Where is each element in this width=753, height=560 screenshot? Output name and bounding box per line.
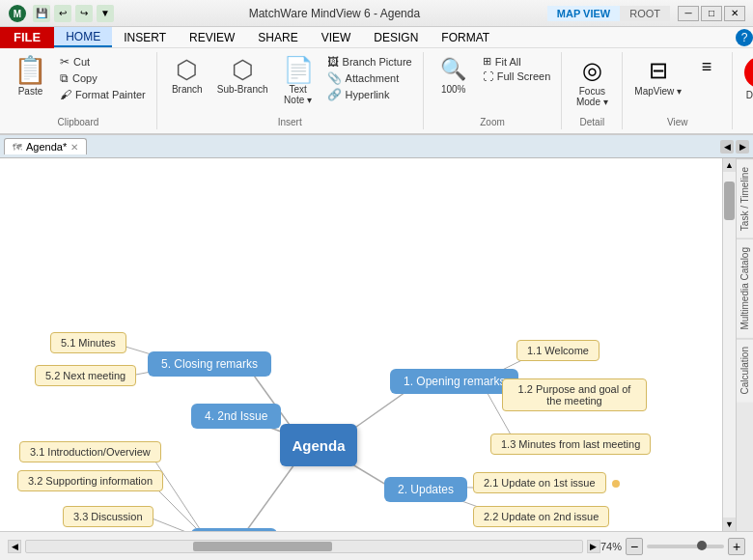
branch-picture-button[interactable]: 🖼 Branch Picture: [324, 54, 415, 70]
node-agenda[interactable]: Agenda: [280, 424, 357, 466]
tab-bar: 🗺 Agenda* ✕ ◀ ▶: [0, 135, 753, 158]
focus-mode-button[interactable]: ◎ FocusMode ▾: [570, 54, 614, 110]
text-note-button[interactable]: 📄 TextNote ▾: [276, 54, 321, 108]
customize-icon[interactable]: ▼: [97, 5, 114, 22]
tab-close-button[interactable]: ✕: [70, 142, 78, 153]
paste-button[interactable]: 📋 Paste: [8, 54, 53, 99]
clipboard-group-label: Clipboard: [8, 115, 149, 127]
close-button[interactable]: ✕: [724, 6, 745, 21]
ribbon: 📋 Paste ✂ Cut ⧉ Copy 🖌 Format Painter Cl…: [0, 48, 753, 135]
menu-review[interactable]: REVIEW: [178, 27, 246, 47]
scroll-thumb-h[interactable]: [193, 542, 332, 551]
node-purpose[interactable]: 1.2 Purpose and goal of the meeting: [502, 378, 647, 411]
tab-scroll-left[interactable]: ◀: [720, 140, 734, 154]
vertical-scrollbar[interactable]: ▲ ▼: [722, 158, 736, 531]
scroll-left-button[interactable]: ◀: [8, 540, 21, 553]
menu-format[interactable]: FORMAT: [430, 27, 501, 47]
menu-insert[interactable]: INSERT: [112, 27, 178, 47]
save-icon[interactable]: 💾: [33, 5, 50, 22]
horizontal-scrollbar[interactable]: [25, 540, 583, 553]
scroll-right-button[interactable]: ▶: [587, 540, 600, 553]
detail-items: ◎ FocusMode ▾: [570, 54, 614, 115]
format-painter-button[interactable]: 🖌 Format Painter: [57, 87, 149, 102]
minimize-button[interactable]: ─: [678, 6, 699, 21]
copy-button[interactable]: ⧉ Copy: [57, 70, 149, 86]
node-closing[interactable]: 5. Closing remarks: [148, 351, 271, 377]
redo-icon[interactable]: ↪: [75, 5, 93, 22]
restore-button[interactable]: □: [701, 6, 722, 21]
attachment-button[interactable]: 📎 Attachment: [324, 70, 415, 86]
node-opening[interactable]: 1. Opening remarks: [390, 369, 518, 394]
zoom-slider[interactable]: [647, 545, 724, 548]
cut-icon: ✂: [60, 55, 70, 69]
zoom-in-button[interactable]: +: [728, 538, 745, 555]
scroll-down-button[interactable]: ▼: [723, 518, 736, 531]
node-issue1[interactable]: 3. 1st Issue: [191, 528, 277, 531]
menu-share[interactable]: SHARE: [246, 27, 309, 47]
fit-all-label: Fit All: [495, 56, 521, 68]
zoom-slider-thumb[interactable]: [697, 541, 707, 550]
detail-expand-button[interactable]: ≡: [689, 54, 724, 80]
agenda-tab[interactable]: 🗺 Agenda* ✕: [4, 138, 87, 154]
branch-button[interactable]: ⬡ Branch: [165, 54, 209, 98]
hyperlink-button[interactable]: 🔗 Hyperlink: [324, 87, 415, 102]
zoom-out-button[interactable]: −: [626, 538, 643, 555]
scroll-up-button[interactable]: ▲: [723, 158, 736, 172]
ribbon-group-view: ⊟ MapView ▾ ≡ View: [623, 52, 733, 129]
tab-icon: 🗺: [13, 142, 22, 153]
delete-items: ✕ Delete: [740, 54, 753, 126]
node-intro[interactable]: 3.1 Introduction/Overview: [19, 441, 161, 462]
app-title: MatchWare MindView 6 - Agenda: [122, 7, 547, 20]
delete-button[interactable]: ✕ Delete: [740, 54, 753, 103]
menu-home[interactable]: HOME: [54, 27, 112, 47]
mindmap: Agenda 1. Opening remarks 2. Updates 3. …: [0, 158, 736, 531]
main-area: Agenda 1. Opening remarks 2. Updates 3. …: [0, 158, 753, 531]
tab-scroll-controls: ◀ ▶: [720, 140, 749, 154]
tab-label: Agenda*: [26, 141, 67, 153]
node-supporting[interactable]: 3.2 Supporting information: [17, 470, 163, 491]
node-welcome[interactable]: 1.1 Welcome: [516, 340, 600, 361]
node-minutes-last[interactable]: 1.3 Minutes from last meeting: [490, 434, 651, 455]
node-next-meeting[interactable]: 5.2 Next meeting: [35, 365, 136, 386]
file-menu[interactable]: FILE: [0, 27, 54, 48]
delete-icon: ✕: [744, 57, 753, 88]
paste-icon: 📋: [14, 57, 47, 84]
sub-branch-button[interactable]: ⬡ Sub-Branch: [213, 54, 272, 98]
mapview-button[interactable]: ⊟ MapView ▾: [630, 54, 685, 99]
node-update2[interactable]: 2.2 Update on 2nd issue: [473, 506, 609, 527]
title-bar: M 💾 ↩ ↪ ▼ MatchWare MindView 6 - Agenda …: [0, 0, 753, 27]
fit-all-icon: ⊞: [483, 55, 491, 68]
cut-button[interactable]: ✂ Cut: [57, 54, 149, 70]
zoom-group-label: Zoom: [432, 115, 554, 127]
help-button[interactable]: ?: [736, 29, 753, 46]
sub-branch-label: Sub-Branch: [217, 84, 268, 95]
branch-label: Branch: [172, 84, 203, 95]
node-issue2[interactable]: 4. 2nd Issue: [191, 404, 281, 429]
menu-view[interactable]: VIEW: [310, 27, 363, 47]
task-timeline-panel[interactable]: Task / Timeline: [737, 158, 753, 238]
node-update1[interactable]: 2.1 Update on 1st issue: [473, 472, 606, 493]
calculation-panel[interactable]: Calculation: [737, 338, 753, 402]
multimedia-catalog-panel[interactable]: Multimedia Catalog: [737, 238, 753, 338]
map-view-button[interactable]: MAP VIEW: [547, 6, 620, 21]
scroll-thumb-v[interactable]: [724, 182, 735, 220]
menu-design[interactable]: DESIGN: [362, 27, 430, 47]
text-note-label: TextNote ▾: [284, 84, 312, 105]
insert-group-label: Insert: [165, 115, 415, 127]
mindmap-canvas[interactable]: Agenda 1. Opening remarks 2. Updates 3. …: [0, 158, 736, 531]
tab-scroll-right[interactable]: ▶: [736, 140, 749, 154]
undo-icon[interactable]: ↩: [54, 5, 71, 22]
node-minutes51[interactable]: 5.1 Minutes: [50, 332, 126, 353]
node-discussion[interactable]: 3.3 Discussion: [63, 506, 153, 527]
text-note-icon: 📄: [283, 57, 314, 82]
full-screen-button[interactable]: ⛶ Full Screen: [480, 70, 554, 83]
fit-all-button[interactable]: ⊞ Fit All: [480, 54, 554, 69]
root-button[interactable]: ROOT: [620, 6, 670, 21]
mapview-icon: ⊟: [649, 57, 668, 84]
full-screen-label: Full Screen: [497, 70, 551, 82]
svg-text:M: M: [14, 9, 21, 19]
quick-access-toolbar: 💾 ↩ ↪ ▼: [33, 5, 114, 22]
zoom-100-button[interactable]: 🔍 100%: [432, 54, 476, 98]
ribbon-group-zoom: 🔍 100% ⊞ Fit All ⛶ Full Screen Zoom: [424, 52, 563, 129]
node-updates[interactable]: 2. Updates: [384, 477, 467, 502]
